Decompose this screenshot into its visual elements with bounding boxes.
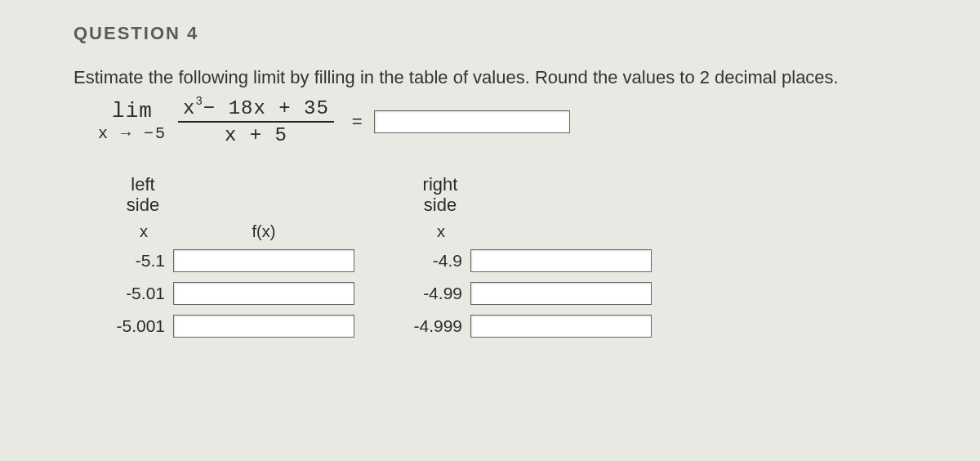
left-fx-input-2[interactable]	[173, 315, 354, 338]
left-col-headers: x f(x)	[114, 222, 354, 241]
left-side-group: left side x f(x) -5.1 -5.01 -5.001	[114, 174, 354, 347]
left-x-1: -5.01	[114, 284, 173, 303]
right-x-1: -4.99	[412, 284, 470, 303]
question-page: QUESTION 4 Estimate the following limit …	[0, 0, 980, 372]
fraction-numerator: x3− 18x + 35	[178, 96, 334, 121]
right-fx-input-0[interactable]	[470, 249, 652, 272]
right-header-line1: right	[423, 174, 458, 195]
equals-sign: =	[352, 111, 363, 132]
limit-expression: lim x → −5 x3− 18x + 35 x + 5 =	[98, 96, 947, 146]
right-col-headers: x	[412, 222, 652, 241]
left-col-x-header: x	[114, 222, 173, 241]
left-x-0: -5.1	[114, 251, 173, 271]
num-part-a: x	[183, 97, 195, 119]
right-side-header: right side	[412, 174, 469, 216]
fraction: x3− 18x + 35 x + 5	[178, 96, 334, 146]
left-fx-input-0[interactable]	[173, 249, 354, 272]
table-row: -4.9	[412, 249, 652, 272]
left-fx-input-1[interactable]	[173, 282, 354, 305]
table-row: -5.001	[114, 315, 354, 338]
question-prompt: Estimate the following limit by filling …	[74, 67, 947, 88]
right-x-0: -4.9	[412, 251, 470, 271]
fraction-denominator: x + 5	[220, 123, 292, 146]
table-row: -5.1	[114, 249, 354, 272]
limit-answer-input[interactable]	[374, 110, 570, 133]
value-tables: left side x f(x) -5.1 -5.01 -5.001	[114, 174, 947, 347]
lim-operator: lim x → −5	[98, 101, 167, 141]
left-col-fx-header: f(x)	[173, 222, 354, 241]
num-part-b: − 18x + 35	[203, 97, 329, 119]
right-x-2: -4.999	[412, 316, 470, 336]
question-label: QUESTION 4	[74, 23, 947, 44]
right-fx-input-2[interactable]	[470, 315, 652, 338]
right-fx-input-1[interactable]	[470, 282, 652, 305]
right-side-group: right side x -4.9 -4.99 -4.999	[412, 174, 652, 347]
table-row: -5.01	[114, 282, 354, 305]
right-col-x-header: x	[412, 222, 470, 241]
lim-approach: x → −5	[98, 125, 167, 142]
table-row: -4.999	[412, 315, 652, 338]
left-side-header: left side	[114, 174, 172, 216]
left-header-line2: side	[127, 195, 159, 215]
num-sup: 3	[195, 95, 203, 108]
right-header-line2: side	[424, 195, 457, 215]
left-x-2: -5.001	[114, 316, 173, 336]
left-header-line1: left	[131, 174, 154, 195]
table-row: -4.99	[412, 282, 652, 305]
lim-text: lim	[112, 101, 153, 123]
